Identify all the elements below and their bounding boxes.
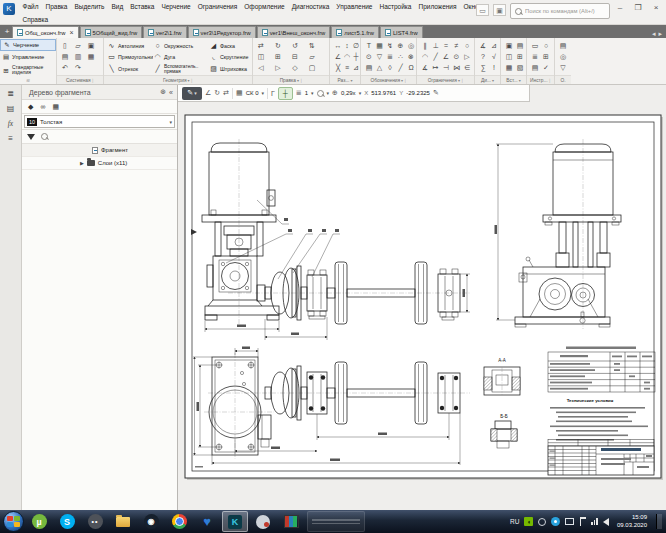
tool-icon[interactable]: T bbox=[364, 40, 374, 51]
tool-icon[interactable]: ⊞ bbox=[541, 51, 551, 62]
close-tab-icon[interactable]: × bbox=[69, 29, 73, 36]
layers-icon[interactable]: ≣ bbox=[296, 89, 302, 97]
tool-icon[interactable]: ▱ bbox=[73, 40, 83, 51]
tool-icon[interactable]: ▦ bbox=[504, 62, 514, 73]
tool-icon[interactable]: ▱ bbox=[307, 51, 317, 62]
menu-drawing[interactable]: Черчение bbox=[158, 3, 194, 10]
menu-file[interactable]: Файл bbox=[19, 3, 42, 10]
tool-icon[interactable]: ▥ bbox=[73, 51, 83, 62]
action-center-flag-icon[interactable] bbox=[579, 517, 586, 526]
tool-icon[interactable]: ∑ bbox=[478, 62, 488, 73]
menu-applications[interactable]: Приложения bbox=[415, 3, 460, 10]
tool-icon[interactable]: ○ bbox=[462, 40, 472, 51]
ortho-icon[interactable]: ⇄ bbox=[223, 89, 229, 97]
blue-app-tray-icon[interactable] bbox=[551, 517, 560, 526]
tool-icon[interactable]: ◠ bbox=[420, 51, 430, 62]
chevron-down-icon[interactable]: ▾ bbox=[262, 90, 265, 96]
show-desktop-button[interactable] bbox=[656, 514, 662, 529]
tool-icon[interactable]: ! bbox=[489, 62, 499, 73]
tab-scroll-left-icon[interactable]: ◂ bbox=[652, 30, 656, 38]
tool-icon[interactable]: ▤ bbox=[558, 40, 568, 51]
chevron-down-icon[interactable]: ▾ bbox=[327, 90, 330, 96]
tool-icon[interactable]: ▤ bbox=[530, 62, 540, 73]
tool-icon[interactable]: = bbox=[441, 40, 451, 51]
coordinate-system-value[interactable]: СК 0 bbox=[246, 90, 259, 96]
image-icon[interactable]: ▦ bbox=[52, 103, 59, 111]
tool-icon[interactable]: ↶ bbox=[60, 62, 70, 73]
tool-icon[interactable]: ∴ bbox=[396, 51, 406, 62]
tool-icon[interactable]: Ω bbox=[406, 62, 416, 73]
tool-icon[interactable]: ∡ bbox=[420, 62, 430, 73]
expand-arrow-icon[interactable]: ▶ bbox=[80, 160, 84, 166]
line-style-selector[interactable]: 10 Толстая ▾ bbox=[22, 114, 177, 130]
menu-insert[interactable]: Вставка bbox=[127, 3, 158, 10]
section-label[interactable]: Ди...▾ bbox=[475, 75, 500, 84]
tool-icon[interactable]: ◇ bbox=[290, 62, 300, 73]
start-button[interactable] bbox=[3, 511, 24, 532]
tool-icon[interactable]: ⊞ bbox=[515, 51, 525, 62]
taskbar-clock[interactable]: 15:09 09.03.2020 bbox=[617, 514, 647, 529]
tool-icon[interactable]: ⊕ bbox=[396, 40, 406, 51]
tab-document[interactable]: лист5.1.frw bbox=[331, 26, 379, 38]
tool-icon[interactable]: ▤ bbox=[515, 40, 525, 51]
variables-panel-icon[interactable]: fx bbox=[8, 119, 13, 128]
ribbon-tab-drawing[interactable]: ✎ Черчение bbox=[0, 39, 56, 51]
taskbar-explorer[interactable] bbox=[110, 511, 136, 532]
tab-document[interactable]: ver2\1.frw bbox=[143, 26, 186, 38]
chevron-down-icon[interactable]: ▾ bbox=[311, 90, 314, 96]
tool-icon[interactable]: ◁ bbox=[256, 62, 266, 73]
current-layer-value[interactable]: 1 bbox=[305, 90, 308, 96]
section-label[interactable]: Правка▾┊ bbox=[253, 75, 329, 84]
search-icon[interactable] bbox=[41, 133, 48, 140]
tree-item-fragment[interactable]: Фрагмент bbox=[22, 144, 177, 157]
tool-chamfer[interactable]: ◢Фаска bbox=[209, 40, 253, 52]
tool-icon[interactable]: △ bbox=[375, 62, 385, 73]
tool-icon[interactable]: ▤ bbox=[60, 51, 70, 62]
menu-help[interactable]: Справка bbox=[19, 16, 52, 23]
tool-icon[interactable]: ◊ bbox=[385, 62, 395, 73]
tool-autoline[interactable]: ∿Автолиния bbox=[107, 40, 153, 52]
tool-icon[interactable]: ⊙ bbox=[364, 51, 374, 62]
volume-tray-icon[interactable] bbox=[603, 518, 609, 526]
chevron-down-icon[interactable]: ▾ bbox=[359, 90, 362, 96]
tool-icon[interactable]: ╱ bbox=[431, 51, 441, 62]
drawing-canvas-area[interactable]: ✎ ▾ ∠ ↻ ⇄ ▦ СК 0 ▾ Г ┼ ≣ 1 ▾ ▾ ⊕ 0,29x bbox=[178, 85, 666, 510]
tool-icon[interactable]: ◎ bbox=[406, 40, 416, 51]
menu-constraints[interactable]: Ограничения bbox=[194, 3, 241, 10]
tool-icon[interactable]: ⇅ bbox=[307, 40, 317, 51]
collapse-panel-icon[interactable]: « bbox=[169, 89, 173, 96]
gear-tray-icon[interactable] bbox=[538, 518, 546, 526]
tool-icon[interactable]: ▭ bbox=[530, 40, 540, 51]
tool-icon[interactable]: ⊿ bbox=[351, 62, 361, 73]
corner-mode-icon[interactable]: Г bbox=[271, 90, 275, 97]
gear-icon[interactable]: ⊛ bbox=[160, 88, 166, 96]
section-label[interactable]: О. bbox=[555, 75, 571, 84]
app-logo-icon[interactable]: K bbox=[3, 3, 15, 15]
menu-layout[interactable]: Оформление bbox=[241, 3, 288, 10]
tool-icon[interactable]: ⊟ bbox=[290, 51, 300, 62]
taskbar-heart-app[interactable]: ♥ bbox=[194, 511, 220, 532]
tool-icon[interactable]: ≠ bbox=[452, 40, 462, 51]
taskbar-kompas-active[interactable]: K bbox=[222, 511, 248, 532]
section-label[interactable]: Обозначения▾┊ bbox=[361, 75, 416, 84]
tool-fillet[interactable]: ◟Скругление bbox=[209, 52, 253, 64]
ribbon-tab-management[interactable]: ▤ Управление bbox=[0, 51, 56, 63]
tool-icon[interactable]: ? bbox=[478, 51, 488, 62]
tool-circle[interactable]: ○Окружность bbox=[153, 40, 209, 52]
section-label[interactable]: Инстр...┊ bbox=[527, 75, 554, 84]
taskbar-winrar[interactable] bbox=[278, 511, 304, 532]
tool-icon[interactable]: ▣ bbox=[86, 40, 96, 51]
tree-item-layers[interactable]: ▶ Слои (x11) bbox=[22, 157, 177, 170]
taskbar-skype[interactable]: S bbox=[54, 511, 80, 532]
tool-icon[interactable]: ▦ bbox=[375, 40, 385, 51]
taskbar-mouse-tool[interactable] bbox=[250, 511, 276, 532]
tool-icon[interactable]: ◫ bbox=[256, 51, 266, 62]
command-search[interactable]: Поиск по командам (Alt+/) bbox=[510, 3, 610, 19]
zoom-level-value[interactable]: 0,29x bbox=[341, 90, 356, 96]
angle-snap-icon[interactable]: ∠ bbox=[205, 89, 211, 97]
tab-document[interactable]: LIST4.frw bbox=[380, 26, 423, 38]
zoom-scale-icon[interactable]: ⊕ bbox=[332, 89, 338, 97]
tool-icon[interactable]: ▦ bbox=[86, 51, 96, 62]
filter-icon[interactable] bbox=[27, 134, 35, 140]
tool-icon[interactable]: ▧ bbox=[515, 62, 525, 73]
